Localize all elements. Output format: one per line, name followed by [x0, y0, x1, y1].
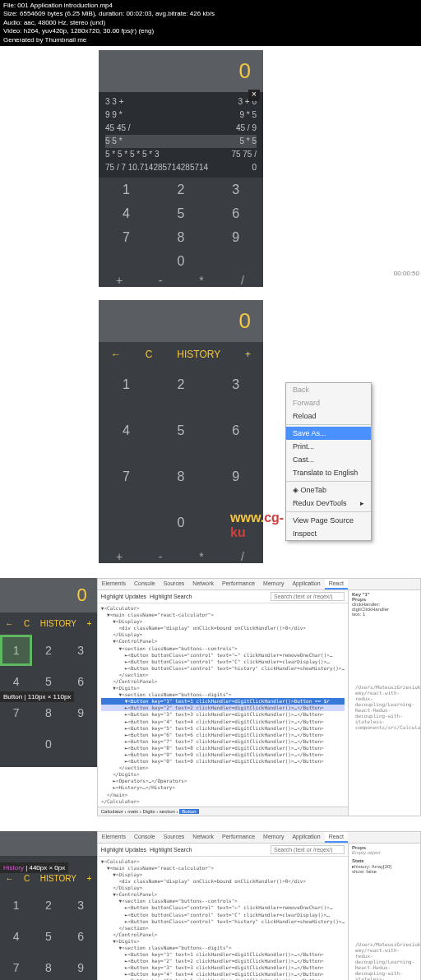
op-button[interactable]: *	[181, 550, 222, 563]
code-line[interactable]: </Display>	[101, 885, 345, 891]
code-line[interactable]: </Display>	[101, 631, 345, 638]
tab-console[interactable]: Console	[130, 832, 160, 843]
code-line[interactable]: </main>	[101, 792, 345, 798]
plus-button[interactable]: +	[87, 619, 92, 628]
highlight-updates[interactable]: Highlight Updates	[101, 847, 146, 853]
code-line[interactable]: </Calculator>	[101, 798, 345, 805]
clear-button[interactable]: C	[146, 349, 153, 360]
digit-4[interactable]: 4	[99, 413, 154, 450]
digit-1[interactable]: 1	[0, 635, 32, 666]
code-line[interactable]: ▼<Calculator>	[101, 605, 345, 612]
devtools-tabbar[interactable]: ElementsConsoleSourcesNetworkPerformance…	[98, 579, 420, 590]
code-line[interactable]: </section>	[101, 672, 345, 678]
digit-5[interactable]: 5	[154, 201, 209, 225]
code-line[interactable]: ►<Button key="7" text=7 clickHandler=dig…	[101, 738, 345, 745]
digit-2[interactable]: 2	[154, 367, 209, 404]
code-line[interactable]: ►<Button buttonClass="control" text="←" …	[101, 652, 345, 659]
digit-0[interactable]: 0	[154, 250, 209, 274]
digit-0[interactable]: 0	[154, 504, 209, 541]
history-button[interactable]: HISTORY	[177, 349, 220, 360]
code-line[interactable]: ▼<Digits>	[101, 685, 345, 691]
code-line[interactable]: ►<Button key="4" text=4 clickHandler=dig…	[101, 719, 345, 725]
tab-memory[interactable]: Memory	[259, 832, 288, 843]
digit-9[interactable]: 9	[208, 458, 263, 495]
tab-elements[interactable]: Elements	[98, 832, 130, 843]
code-line[interactable]: ▼<ControlPanel>	[101, 891, 345, 898]
code-line[interactable]: ▼<Display>	[101, 618, 345, 625]
code-line[interactable]: ►<Button key="1" text=1 clickHandler=dig…	[101, 951, 345, 958]
digit-2[interactable]: 2	[32, 635, 64, 666]
code-line[interactable]: </ControlPanel>	[101, 931, 345, 938]
code-line[interactable]: ►<Button key="0" text=0 clickHandler=dig…	[101, 758, 345, 765]
code-line[interactable]: ▼<main className="react-calculator">	[101, 612, 345, 618]
code-line[interactable]: ►<Button key="2" text=2 clickHandler=dig…	[101, 705, 345, 711]
devtools-tabbar[interactable]: ElementsConsoleSourcesNetworkPerformance…	[98, 832, 420, 844]
breadcrumb[interactable]: Calculator › main › Digits › section › B…	[98, 807, 348, 816]
ctx-inspect[interactable]: Inspect	[286, 527, 371, 540]
code-line[interactable]: ►<Operators>…</Operators>	[101, 778, 345, 784]
context-menu[interactable]: BackForwardReloadSave As...Print...Cast.…	[285, 382, 372, 541]
close-icon[interactable]: ×	[248, 90, 260, 101]
react-devtools-2[interactable]: ElementsConsoleSourcesNetworkPerformance…	[97, 831, 421, 980]
back-button[interactable]: ←	[5, 619, 13, 628]
op-button[interactable]: *	[181, 274, 222, 287]
react-devtools-1[interactable]: ElementsConsoleSourcesNetworkPerformance…	[97, 578, 421, 816]
op-button[interactable]: /	[222, 274, 263, 287]
history-row[interactable]: 5 * 5 * 5 * 5 * 375 75 /	[105, 148, 257, 161]
code-line[interactable]: ▼<Digits>	[101, 938, 345, 945]
search-input[interactable]	[271, 592, 345, 601]
ctx-cast-[interactable]: Cast...	[286, 453, 371, 466]
ctx-redux-devtools[interactable]: Redux DevTools▸	[286, 497, 371, 510]
breadcrumb-item[interactable]: Digits	[143, 809, 155, 814]
code-line[interactable]: ►<Button key="8" text=8 clickHandler=dig…	[101, 745, 345, 751]
history-row[interactable]: 45 45 /45 / 9	[105, 122, 257, 135]
code-line[interactable]: ▼<ControlPanel>	[101, 638, 345, 645]
digit-7[interactable]: 7	[99, 225, 154, 249]
code-line[interactable]: ►<Button buttonClass="control" text="his…	[101, 665, 345, 672]
digit-9[interactable]: 9	[208, 225, 263, 249]
devtools-subbar[interactable]: Highlight Updates Highlight Search	[98, 844, 348, 857]
code-line[interactable]: ▼<Button key="1" text=1 clickHandler=dig…	[101, 698, 345, 705]
clear-button[interactable]: C	[24, 874, 30, 883]
digit-1[interactable]: 1	[99, 367, 154, 404]
code-line[interactable]: ►<Button buttonClass="control" text="his…	[101, 918, 345, 925]
code-line[interactable]: ►<Button key="4" text=4 clickHandler=dig…	[101, 971, 345, 978]
ctx-print-[interactable]: Print...	[286, 440, 371, 453]
history-row[interactable]: 3 3 +3 + 6	[105, 95, 257, 109]
plus-button[interactable]: +	[87, 874, 92, 883]
breadcrumb-item[interactable]: Button	[179, 809, 198, 814]
devtools-subbar[interactable]: Highlight Updates Highlight Search	[98, 590, 348, 603]
op-button[interactable]: +	[99, 550, 140, 563]
code-line[interactable]: <div className="display" onClick=bound o…	[101, 625, 345, 631]
code-line[interactable]: ▼<Calculator>	[101, 858, 345, 865]
code-line[interactable]: ►<Button buttonClass="control" text="C" …	[101, 912, 345, 918]
ctx-translate-to-english[interactable]: Translate to English	[286, 466, 371, 479]
digit-3[interactable]: 3	[65, 890, 97, 921]
digit-5[interactable]: 5	[154, 413, 209, 450]
op-button[interactable]: -	[140, 550, 181, 563]
code-line[interactable]: ▼<section className="buttons--digits">	[101, 945, 345, 951]
code-line[interactable]: ►<Button key="3" text=3 clickHandler=dig…	[101, 711, 345, 718]
digit-2[interactable]: 2	[154, 178, 209, 201]
op-button[interactable]: /	[222, 550, 263, 563]
ctx-reload[interactable]: Reload	[286, 409, 371, 423]
tab-react[interactable]: React	[325, 832, 348, 843]
digit-1[interactable]: 1	[0, 890, 32, 921]
digit-1[interactable]: 1	[99, 178, 154, 201]
ctx-view-page-source[interactable]: View Page Source	[286, 514, 371, 527]
component-tree[interactable]: ▼<Calculator> ▼<main className="react-ca…	[98, 857, 348, 980]
history-button[interactable]: HISTORY	[40, 874, 76, 883]
digit-5[interactable]: 5	[32, 921, 64, 952]
tab-elements[interactable]: Elements	[98, 579, 130, 589]
tab-network[interactable]: Network	[188, 579, 218, 589]
tab-sources[interactable]: Sources	[160, 579, 189, 589]
digit-7[interactable]: 7	[99, 458, 154, 495]
digit-3[interactable]: 3	[65, 635, 97, 666]
tab-console[interactable]: Console	[130, 579, 160, 589]
digit-8[interactable]: 8	[154, 458, 209, 495]
digit-8[interactable]: 8	[32, 952, 64, 980]
search-input[interactable]	[271, 845, 345, 854]
tab-performance[interactable]: Performance	[218, 832, 259, 843]
tab-react[interactable]: React	[325, 579, 348, 589]
digit-9[interactable]: 9	[65, 952, 97, 980]
